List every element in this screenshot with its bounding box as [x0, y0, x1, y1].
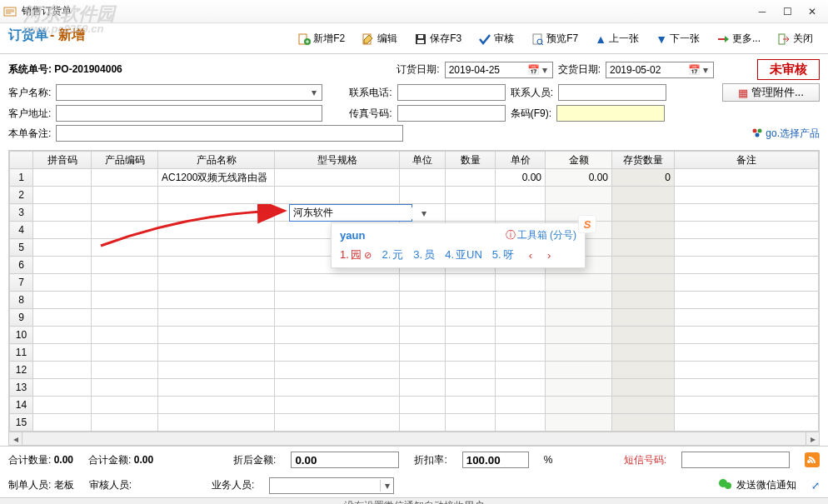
scroll-left-icon[interactable]: ◂ — [9, 432, 22, 446]
delivery-date-field[interactable]: 2019-05-02📅▾ — [606, 62, 714, 78]
chevron-down-icon[interactable]: ▾ — [700, 64, 711, 76]
minimize-button[interactable]: ─ — [750, 0, 775, 23]
col-spec[interactable]: 型号规格 — [275, 152, 400, 169]
table-row[interactable]: 11 — [10, 344, 819, 362]
page-title: 订货单 - 新增 — [8, 27, 820, 44]
cust-addr-label: 客户地址: — [8, 107, 51, 121]
contact-field[interactable] — [558, 84, 666, 101]
status-badge: 未审核 — [757, 59, 820, 80]
auditor: 审核人员: — [89, 478, 132, 492]
ime-cand-5[interactable]: 5.呀 — [492, 247, 514, 262]
dots-icon — [751, 127, 763, 141]
ime-toolbox[interactable]: ⓘ工具箱 (分号) — [506, 228, 576, 242]
table-row[interactable]: 10 — [10, 327, 819, 344]
hscrollbar[interactable]: ◂ ▸ — [9, 432, 819, 445]
ime-cand-1[interactable]: 1.园 ⊘ — [340, 247, 372, 262]
col-amount[interactable]: 金额 — [546, 152, 612, 169]
svg-point-11 — [758, 128, 762, 132]
cell-editor[interactable]: ▾ — [289, 204, 412, 222]
svg-point-14 — [725, 482, 731, 489]
go-products-link[interactable]: go.选择产品 — [751, 127, 820, 141]
disc-rate-label: 折扣率: — [414, 453, 446, 467]
remark-label: 本单备注: — [8, 127, 51, 141]
col-code[interactable]: 产品编码 — [92, 152, 158, 169]
manage-attach-button[interactable]: ▦管理附件... — [722, 83, 820, 102]
cust-addr-field[interactable] — [56, 105, 322, 122]
chevron-down-icon[interactable]: ▾ — [421, 207, 426, 219]
footer-personnel: 制单人员: 老板 审核人员: 业务人员: ▾ 发送微信通知 ⤢ — [0, 473, 828, 497]
table-row[interactable]: 13 — [10, 379, 819, 397]
table-row[interactable]: 7 — [10, 274, 819, 292]
chevron-down-icon[interactable]: ▾ — [308, 87, 320, 98]
disc-rate-field[interactable] — [462, 452, 529, 468]
order-date-field[interactable]: 2019-04-25📅▾ — [445, 62, 553, 78]
col-stock[interactable]: 存货数量 — [612, 152, 675, 169]
ime-candidates: 1.园 ⊘ 2.元 3.员 4.亚UN 5.呀 ‹ › — [332, 246, 585, 264]
fax-label: 传真号码: — [349, 107, 392, 121]
close-window-button[interactable]: ✕ — [800, 0, 825, 23]
remark-field[interactable] — [56, 125, 402, 142]
calendar-icon: 📅 — [527, 64, 539, 76]
sysno-label: 系统单号: PO-201904006 — [8, 62, 122, 77]
ime-popup: S yaun ⓘ工具箱 (分号) 1.园 ⊘ 2.元 3.员 4.亚UN 5.呀… — [331, 222, 586, 268]
col-qty[interactable]: 数量 — [446, 152, 496, 169]
phone-label: 联系电话: — [349, 86, 392, 100]
total-qty: 合计数量: 0.00 — [8, 453, 73, 467]
cust-name-label: 客户名称: — [8, 86, 51, 100]
order-date-label: 订货日期: — [397, 62, 439, 77]
form-area: 系统单号: PO-201904006 订货日期: 2019-04-25📅▾ 交货… — [0, 54, 828, 148]
ime-cand-3[interactable]: 3.员 — [413, 247, 435, 262]
col-remark[interactable]: 备注 — [675, 152, 819, 169]
phone-field[interactable] — [397, 84, 506, 101]
disc-amt-field[interactable] — [291, 452, 399, 468]
maximize-button[interactable]: ☐ — [775, 0, 800, 23]
delivery-date-label: 交货日期: — [558, 62, 601, 77]
grid: 拼音码 产品编码 产品名称 型号规格 单位 数量 单价 金额 存货数量 备注 1… — [8, 150, 820, 446]
pct-label: % — [544, 454, 553, 466]
fax-field[interactable] — [397, 105, 506, 122]
ime-prev[interactable]: ‹ — [529, 249, 532, 262]
table-row[interactable]: 8 — [10, 292, 819, 309]
barcode-label: 条码(F9): — [511, 107, 551, 121]
sogou-icon: S — [578, 215, 596, 233]
window-title: 销售订货单 — [22, 4, 750, 18]
wechat-button[interactable]: 发送微信通知 — [718, 477, 796, 494]
rss-icon[interactable] — [805, 452, 820, 467]
wechat-icon — [718, 477, 733, 494]
titlebar: 销售订货单 ─ ☐ ✕ — [0, 0, 828, 23]
table-row[interactable]: 12 — [10, 362, 819, 379]
col-name[interactable]: 产品名称 — [158, 152, 275, 169]
footer-summary: 合计数量: 0.00 合计金额: 0.00 折后金额: 折扣率: % 短信号码: — [0, 446, 828, 473]
calendar-icon: ▦ — [738, 87, 748, 99]
table-row[interactable]: 14 — [10, 397, 819, 414]
grid-header: 拼音码 产品编码 产品名称 型号规格 单位 数量 单价 金额 存货数量 备注 — [10, 152, 819, 169]
app-icon — [3, 5, 17, 18]
table-row[interactable]: 2 — [10, 187, 819, 204]
chevron-down-icon[interactable]: ▾ — [539, 64, 551, 76]
table-row[interactable]: 15 — [10, 414, 819, 432]
ime-cand-2[interactable]: 2.元 — [382, 247, 403, 262]
maker: 制单人员: 老板 — [8, 478, 74, 492]
scroll-right-icon[interactable]: ▸ — [806, 432, 819, 446]
chevron-down-icon[interactable]: ▾ — [380, 480, 393, 492]
col-pinyin[interactable]: 拼音码 — [33, 152, 92, 169]
disc-amt-label: 折后金额: — [233, 453, 276, 467]
biz-field[interactable]: ▾ — [269, 477, 394, 494]
sms-field[interactable] — [681, 452, 790, 468]
calendar-icon: 📅 — [688, 64, 700, 76]
table-row[interactable]: 9 — [10, 309, 819, 327]
expand-icon[interactable]: ⤢ — [811, 480, 820, 492]
spec-input[interactable] — [290, 207, 421, 219]
col-price[interactable]: 单价 — [496, 152, 546, 169]
biz-label: 业务人员: — [212, 478, 254, 492]
barcode-field[interactable] — [556, 105, 665, 122]
cust-name-field[interactable]: ▾ — [56, 84, 322, 101]
ime-next[interactable]: › — [547, 249, 551, 262]
contact-label: 联系人员: — [511, 86, 553, 100]
ime-cand-4[interactable]: 4.亚UN — [445, 247, 482, 262]
svg-point-12 — [756, 132, 760, 137]
table-row[interactable]: 1AC1200双频无线路由器0.000.000 — [10, 169, 819, 187]
statusbar: 没有设置微信通知自动接收用户 — [0, 497, 828, 504]
col-unit[interactable]: 单位 — [400, 152, 446, 169]
page-header: 订货单 - 新增 — [0, 23, 828, 44]
